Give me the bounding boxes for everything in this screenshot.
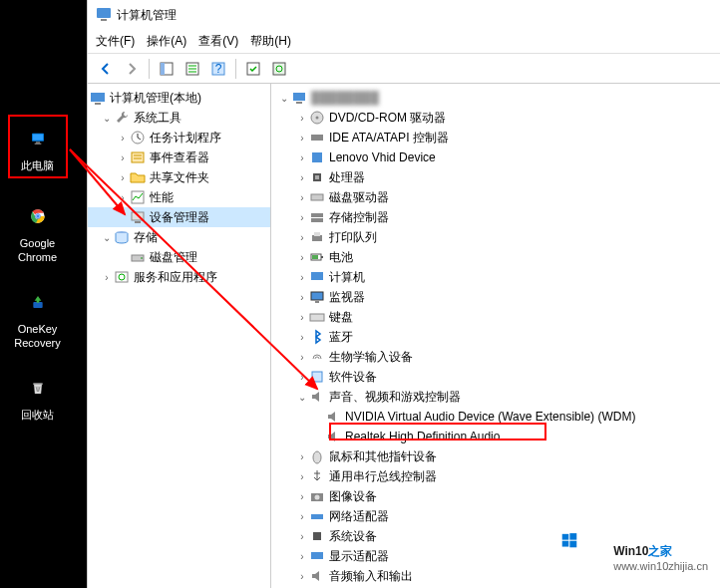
svg-rect-51	[321, 256, 323, 258]
desktop-icon-onekey[interactable]: OneKey Recovery	[8, 284, 68, 350]
expand-icon[interactable]: ›	[295, 491, 309, 502]
svg-rect-9	[33, 383, 42, 385]
properties-button[interactable]	[180, 57, 204, 81]
cat-computer[interactable]: ›计算机	[271, 267, 720, 287]
expand-icon[interactable]: ›	[295, 172, 309, 183]
collapse-icon[interactable]: ⌄	[100, 113, 114, 124]
expand-icon[interactable]: ›	[295, 332, 309, 343]
cat-network[interactable]: ›网络适配器	[271, 506, 720, 526]
desktop-icon-recycle[interactable]: 回收站	[8, 370, 68, 422]
tree-shared-folders[interactable]: › 共享文件夹	[88, 167, 270, 187]
separator	[235, 59, 236, 79]
tree-device-manager[interactable]: 设备管理器	[88, 207, 270, 227]
svg-rect-30	[132, 212, 144, 220]
cat-bluetooth[interactable]: ›蓝牙	[271, 327, 720, 347]
tree-performance[interactable]: › 性能	[88, 187, 270, 207]
tree-services[interactable]: › 服务和应用程序	[88, 267, 270, 287]
show-hide-button[interactable]	[155, 57, 179, 81]
tree-root[interactable]: 计算机管理(本地)	[88, 88, 270, 108]
cat-disk[interactable]: ›磁盘驱动器	[271, 187, 720, 207]
expand-icon[interactable]: ›	[295, 292, 309, 303]
cat-print[interactable]: ›打印队列	[271, 227, 720, 247]
expand-icon[interactable]: ›	[116, 192, 130, 203]
dev-nvidia-audio[interactable]: NVIDIA Virtual Audio Device (Wave Extens…	[271, 407, 720, 427]
menu-view[interactable]: 查看(V)	[198, 33, 238, 50]
tree-task-scheduler[interactable]: › 任务计划程序	[88, 128, 270, 147]
expand-icon[interactable]: ›	[295, 192, 309, 203]
expand-icon[interactable]: ›	[295, 212, 309, 223]
expand-icon[interactable]: ›	[295, 232, 309, 243]
expand-icon[interactable]: ›	[295, 471, 309, 482]
svg-rect-1	[33, 135, 43, 141]
device-label: ████████	[311, 91, 379, 105]
svg-point-60	[315, 495, 320, 500]
expand-icon[interactable]: ›	[295, 113, 309, 124]
tree-disk-mgmt[interactable]: 磁盘管理	[88, 247, 270, 267]
menu-action[interactable]: 操作(A)	[147, 33, 186, 50]
expand-icon[interactable]: ›	[295, 511, 309, 522]
menubar: 文件(F) 操作(A) 查看(V) 帮助(H)	[88, 30, 720, 54]
expand-icon[interactable]: ›	[116, 172, 130, 183]
expand-icon[interactable]: ›	[295, 531, 309, 542]
expand-icon[interactable]: ›	[295, 152, 309, 163]
collapse-icon[interactable]: ⌄	[295, 392, 309, 403]
device-label: 显示适配器	[329, 548, 389, 565]
tree-label: 任务计划程序	[150, 130, 221, 147]
cat-monitor[interactable]: ›监视器	[271, 287, 720, 307]
menu-file[interactable]: 文件(F)	[96, 33, 135, 50]
svg-rect-46	[311, 213, 323, 217]
svg-rect-61	[311, 514, 323, 519]
expand-icon[interactable]: ›	[295, 133, 309, 144]
expand-icon[interactable]: ›	[116, 152, 130, 163]
tree-system-tools[interactable]: ⌄ 系统工具	[88, 108, 270, 128]
expand-icon[interactable]: ›	[295, 571, 309, 582]
expand-icon[interactable]: ›	[295, 312, 309, 323]
cat-keyboard[interactable]: ›键盘	[271, 307, 720, 327]
dev-realtek-audio[interactable]: Realtek High Definition Audio	[271, 427, 720, 446]
cat-mouse[interactable]: ›鼠标和其他指针设备	[271, 446, 720, 466]
expand-icon[interactable]: ›	[116, 133, 130, 144]
collapse-icon[interactable]: ⌄	[277, 93, 291, 104]
expand-icon[interactable]: ›	[295, 352, 309, 363]
help-button[interactable]: ?	[206, 57, 230, 81]
cat-dvd[interactable]: ›DVD/CD-ROM 驱动器	[271, 108, 720, 128]
cat-storage-ctrl[interactable]: ›存储控制器	[271, 207, 720, 227]
cat-usb[interactable]: ›通用串行总线控制器	[271, 466, 720, 486]
cat-lenovo[interactable]: ›Lenovo Vhid Device	[271, 147, 720, 167]
device-label: 蓝牙	[329, 329, 353, 346]
desktop-icon-chrome[interactable]: Google Chrome	[8, 198, 68, 264]
expand-icon[interactable]: ›	[295, 252, 309, 263]
svg-rect-37	[293, 93, 305, 101]
tree-event-viewer[interactable]: › 事件查看器	[88, 147, 270, 167]
forward-button[interactable]	[120, 57, 144, 81]
cat-biometric[interactable]: ›生物学输入设备	[271, 347, 720, 367]
expand-icon[interactable]: ›	[295, 551, 309, 562]
device-label: 图像设备	[329, 488, 377, 505]
battery-icon	[309, 249, 325, 265]
collapse-icon[interactable]: ⌄	[100, 232, 114, 243]
cat-imaging[interactable]: ›图像设备	[271, 486, 720, 506]
cat-battery[interactable]: ›电池	[271, 247, 720, 267]
chrome-icon	[20, 198, 56, 234]
menu-help[interactable]: 帮助(H)	[250, 33, 291, 50]
svg-rect-42	[312, 152, 322, 162]
camera-icon	[309, 488, 325, 504]
refresh-button[interactable]	[267, 57, 291, 81]
expand-icon[interactable]: ›	[295, 372, 309, 383]
cat-sound[interactable]: ⌄声音、视频和游戏控制器	[271, 387, 720, 407]
cat-software[interactable]: ›软件设备	[271, 367, 720, 387]
back-button[interactable]	[94, 57, 118, 81]
tree-storage[interactable]: ⌄ 存储	[88, 227, 270, 247]
desktop-icon-this-pc[interactable]: 此电脑	[8, 115, 68, 178]
action-button[interactable]	[241, 57, 265, 81]
tree-label: 计算机管理(本地)	[110, 90, 201, 107]
expand-icon[interactable]: ›	[100, 272, 114, 283]
windows-logo-icon	[561, 532, 605, 576]
device-root[interactable]: ⌄ ████████	[271, 88, 720, 108]
cat-cpu[interactable]: ›处理器	[271, 167, 720, 187]
computer-icon	[291, 90, 307, 106]
svg-point-40	[316, 117, 319, 120]
cat-ide[interactable]: ›IDE ATA/ATAPI 控制器	[271, 128, 720, 147]
expand-icon[interactable]: ›	[295, 272, 309, 283]
expand-icon[interactable]: ›	[295, 451, 309, 462]
